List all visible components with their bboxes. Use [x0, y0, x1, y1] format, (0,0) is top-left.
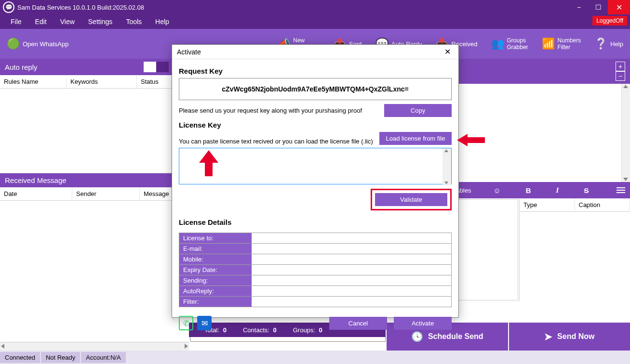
dialog-title: Activate: [177, 48, 201, 56]
col-rules-name[interactable]: Rules Name: [0, 75, 67, 88]
menu-view[interactable]: View: [54, 16, 81, 27]
col-sender[interactable]: Sender: [72, 187, 140, 200]
license-details-label: License Details: [179, 218, 452, 226]
groups-icon: 👥: [491, 38, 504, 50]
whatsapp-icon: 🟢: [7, 38, 20, 50]
col-caption[interactable]: Caption: [575, 198, 630, 211]
menu-edit[interactable]: Edit: [28, 16, 54, 27]
attach-pane: Type Caption: [519, 198, 630, 301]
row-mobile: Mobile:: [179, 254, 252, 264]
status-account: Account:N/A: [81, 352, 125, 363]
reply-scrollbar[interactable]: [621, 84, 630, 182]
whatsapp-contact-icon[interactable]: ✆: [179, 316, 193, 330]
help-button[interactable]: ❔Help: [588, 29, 630, 59]
email-contact-icon[interactable]: ✉: [197, 316, 212, 330]
col-date[interactable]: Date: [0, 187, 72, 200]
left-pane: Auto reply Rules Name Keywords Status Re…: [0, 59, 174, 320]
minimize-button[interactable]: −: [569, 0, 589, 14]
license-textarea[interactable]: [179, 148, 452, 184]
status-connected: Connected: [0, 352, 40, 363]
row-filter: Filter:: [179, 297, 252, 307]
strike-button[interactable]: S: [581, 186, 591, 195]
menu-bar: File Edit View Settings Tools Help Logge…: [0, 14, 630, 29]
rules-list[interactable]: [0, 89, 174, 173]
menu-tools[interactable]: Tools: [119, 16, 148, 27]
send-icon: ➤: [544, 331, 552, 342]
italic-button[interactable]: I: [553, 186, 562, 195]
rules-columns: Rules Name Keywords Status: [0, 75, 174, 89]
col-keywords[interactable]: Keywords: [67, 75, 137, 88]
dialog-close-button[interactable]: ✕: [442, 46, 454, 57]
validate-button[interactable]: Validate: [375, 193, 447, 206]
activate-dialog: Activate ✕ Request Key cZvWcg65N2jobnUod…: [172, 44, 459, 318]
row-email: E-mail:: [179, 244, 252, 254]
help-icon: ❔: [594, 38, 607, 50]
val-expiry: [252, 265, 451, 275]
val-filter: [252, 297, 451, 307]
title-bar: 💬 Sam Data Services 10.0.1.0 Build:2025.…: [0, 0, 630, 14]
row-sending: Sending:: [179, 275, 252, 286]
col-message[interactable]: Message: [140, 187, 174, 200]
left-hscrollbar[interactable]: [0, 342, 189, 351]
status-bar: Connected Not Ready Account:N/A: [0, 351, 630, 364]
received-title: Received Message: [5, 176, 67, 184]
col-type[interactable]: Type: [520, 198, 575, 211]
menu-help[interactable]: Help: [148, 16, 176, 27]
activate-button[interactable]: Activate: [394, 317, 452, 330]
val-license-to: [252, 233, 451, 243]
filter-icon: 📶: [542, 38, 555, 50]
license-scrollbar[interactable]: [442, 148, 451, 185]
received-header: Received Message: [0, 173, 174, 187]
status-ready: Not Ready: [41, 352, 80, 363]
auto-reply-toggle[interactable]: [144, 62, 169, 72]
val-autoreply: [252, 286, 451, 296]
val-sending: [252, 275, 451, 286]
login-status-badge: LoggedOff: [592, 16, 627, 26]
add-button[interactable]: +: [616, 62, 625, 71]
received-columns: Date Sender Message: [0, 187, 174, 201]
maximize-button[interactable]: ☐: [589, 0, 608, 14]
load-license-button[interactable]: Load license from file: [379, 132, 452, 145]
open-whatsapp-label: Open WhatsApp: [23, 40, 68, 48]
col-status[interactable]: Status: [137, 75, 174, 88]
request-key-field[interactable]: cZvWcg65N2jobnUodm9A7eEe5yMBWTQM4+QxZGlL…: [179, 78, 452, 100]
window-title: Sam Data Services 10.0.1.0 Build:2025.02…: [17, 4, 569, 11]
groups-grabber-button[interactable]: 👥GroupsGrabber: [484, 29, 535, 59]
menu-settings[interactable]: Settings: [81, 16, 120, 27]
val-email: [252, 244, 451, 254]
open-whatsapp-button[interactable]: 🟢 Open WhatsApp: [0, 29, 75, 59]
validate-highlight: Validate: [371, 189, 452, 210]
menu-file[interactable]: File: [4, 16, 28, 27]
cancel-button[interactable]: Cancel: [329, 317, 387, 330]
remove-button[interactable]: −: [616, 71, 625, 81]
send-now-button[interactable]: ➤Send Now: [508, 323, 630, 351]
emoji-icon[interactable]: ☺: [490, 186, 503, 195]
license-details-grid: License to: E-mail: Mobile: Expiry Date:…: [179, 233, 452, 307]
auto-reply-header: Auto reply: [0, 59, 174, 75]
auto-reply-title: Auto reply: [5, 63, 38, 71]
row-expiry: Expiry Date:: [179, 265, 252, 275]
app-icon: 💬: [3, 1, 14, 13]
close-button[interactable]: ✕: [608, 0, 630, 14]
row-license-to: License to:: [179, 233, 252, 243]
numbers-filter-button[interactable]: 📶NumbersFilter: [535, 29, 588, 59]
request-key-label: Request Key: [179, 67, 452, 75]
license-key-help: You can paste license text recived or yo…: [179, 138, 375, 145]
license-key-label: License Key: [179, 121, 452, 129]
row-autoreply: AutoReply:: [179, 286, 252, 296]
request-key-help: Please send us your request key along wi…: [179, 107, 378, 114]
menu-icon[interactable]: [617, 186, 625, 195]
copy-button[interactable]: Copy: [384, 104, 452, 117]
bold-button[interactable]: B: [523, 186, 534, 195]
val-mobile: [252, 254, 451, 264]
received-list[interactable]: [0, 201, 174, 320]
